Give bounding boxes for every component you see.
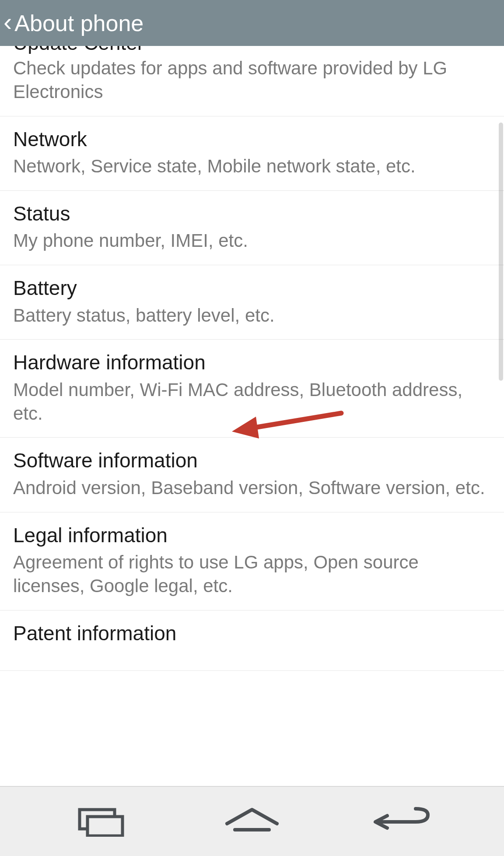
home-button[interactable] (213, 800, 291, 843)
list-item-network[interactable]: Network Network, Service state, Mobile n… (0, 116, 504, 191)
page-title: About phone (14, 10, 144, 36)
item-subtitle: Check updates for apps and software prov… (13, 56, 491, 104)
list-item-hardware-information[interactable]: Hardware information Model number, Wi-Fi… (0, 340, 504, 438)
item-subtitle: Model number, Wi-Fi MAC address, Bluetoo… (13, 378, 491, 425)
item-title: Hardware information (13, 350, 491, 375)
list-item-legal-information[interactable]: Legal information Agreement of rights to… (0, 512, 504, 610)
recent-apps-button[interactable] (62, 800, 141, 843)
item-title: Status (13, 201, 491, 227)
scrollbar[interactable] (499, 123, 503, 381)
item-title: Patent information (13, 621, 491, 646)
item-title: Software information (13, 448, 491, 474)
list-bottom-gap (0, 670, 504, 688)
back-icon[interactable]: ‹ (4, 9, 12, 37)
item-title: Update Center (13, 46, 491, 54)
list-item-patent-information[interactable]: Patent information (0, 610, 504, 671)
list-item-update-center[interactable]: Update Center Check updates for apps and… (0, 46, 504, 116)
navigation-bar (0, 786, 504, 856)
list-item-status[interactable]: Status My phone number, IMEI, etc. (0, 191, 504, 265)
item-subtitle: Agreement of rights to use LG apps, Open… (13, 551, 491, 598)
list-item-software-information[interactable]: Software information Android version, Ba… (0, 438, 504, 512)
item-subtitle: Android version, Baseband version, Softw… (13, 476, 491, 500)
settings-list: Update Center Check updates for apps and… (0, 46, 504, 670)
item-subtitle: My phone number, IMEI, etc. (13, 229, 491, 253)
svg-rect-3 (88, 817, 122, 836)
item-subtitle: Network, Service state, Mobile network s… (13, 154, 491, 178)
item-title: Battery (13, 276, 491, 301)
list-item-battery[interactable]: Battery Battery status, battery level, e… (0, 265, 504, 340)
header-bar: ‹ About phone (0, 0, 504, 46)
back-button[interactable] (363, 800, 442, 843)
item-title: Network (13, 127, 491, 152)
item-title: Legal information (13, 523, 491, 548)
item-subtitle: Battery status, battery level, etc. (13, 304, 491, 327)
